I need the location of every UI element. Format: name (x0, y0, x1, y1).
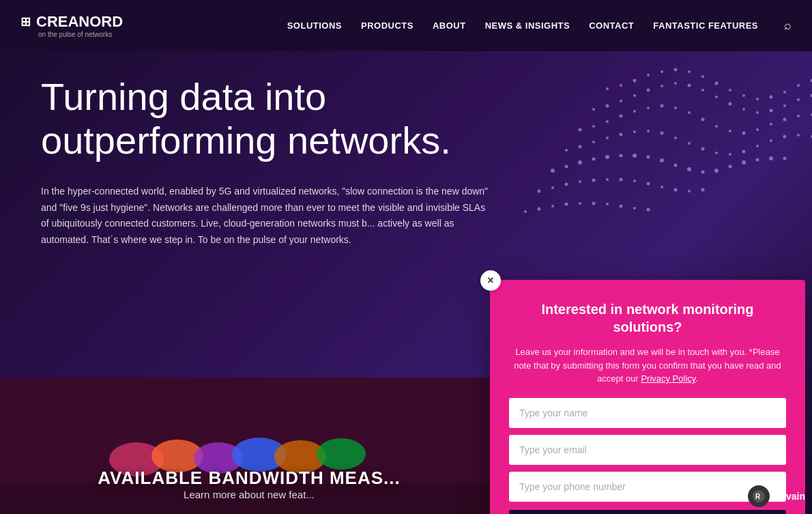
email-input[interactable] (509, 435, 786, 465)
svg-point-40 (579, 128, 582, 132)
svg-point-54 (770, 123, 772, 126)
svg-point-112 (538, 208, 541, 211)
svg-point-89 (674, 164, 678, 167)
revain-label: Revain (774, 491, 805, 502)
bottom-headline: AVAILABLE BANDWIDTH MEAS... (0, 468, 498, 489)
svg-point-103 (606, 178, 609, 181)
svg-point-113 (551, 205, 554, 208)
bottom-subtext: Learn more about new feat... (0, 489, 498, 500)
svg-point-35 (797, 98, 800, 101)
svg-point-101 (579, 180, 581, 183)
logo-tagline: on the pulse of networks (38, 31, 123, 38)
svg-point-85 (620, 154, 623, 158)
svg-point-28 (701, 89, 704, 91)
svg-point-110 (701, 188, 705, 192)
nav-fantastic-features[interactable]: FANTASTIC FEATURES (653, 20, 758, 31)
svg-point-48 (688, 111, 691, 114)
svg-point-120 (647, 208, 650, 212)
svg-point-44 (633, 110, 636, 113)
svg-point-11 (756, 98, 759, 100)
svg-point-106 (647, 182, 650, 186)
svg-point-77 (797, 134, 800, 137)
nav-contact[interactable]: CONTACT (589, 20, 634, 31)
svg-point-43 (620, 115, 623, 118)
svg-point-83 (592, 158, 596, 161)
svg-point-10 (742, 94, 745, 97)
svg-point-118 (620, 205, 623, 208)
nav-news-insights[interactable]: NEWS & INSIGHTS (485, 20, 570, 31)
svg-point-62 (592, 141, 595, 143)
svg-point-47 (674, 106, 677, 109)
modal-title: Interested in network monitoring solutio… (509, 300, 786, 336)
svg-point-61 (579, 145, 582, 149)
svg-point-70 (701, 147, 705, 151)
svg-text:R: R (755, 493, 761, 500)
svg-point-114 (565, 203, 568, 206)
nav-about[interactable]: ABOUT (433, 20, 466, 31)
svg-point-13 (783, 91, 786, 94)
svg-point-14 (797, 84, 800, 87)
svg-point-108 (674, 188, 678, 192)
svg-point-95 (756, 158, 759, 162)
svg-point-25 (661, 85, 663, 87)
svg-point-104 (620, 178, 623, 182)
phone-input[interactable] (509, 472, 786, 502)
svg-point-100 (565, 183, 568, 186)
svg-point-71 (715, 152, 718, 154)
svg-point-42 (606, 120, 609, 123)
svg-point-56 (797, 115, 800, 117)
nav-solutions[interactable]: SOLUTIONS (287, 20, 342, 31)
svg-point-53 (756, 128, 759, 131)
hero-body: In the hyper-connected world, enabled by… (41, 184, 491, 248)
contact-modal: × Interested in network monitoring solut… (490, 280, 805, 514)
svg-point-88 (660, 158, 664, 162)
svg-point-82 (578, 160, 582, 165)
svg-point-49 (701, 118, 705, 122)
svg-point-65 (633, 130, 636, 133)
svg-point-111 (524, 210, 527, 213)
svg-point-12 (770, 96, 773, 99)
svg-point-3 (647, 74, 650, 76)
nav-products[interactable]: PRODUCTS (361, 20, 414, 31)
privacy-policy-link[interactable]: Privacy Policy (641, 373, 695, 384)
svg-point-26 (674, 82, 677, 85)
revain-icon: R (748, 485, 770, 507)
svg-point-29 (715, 96, 718, 98)
modal-description: Leave us your information and we will be… (509, 345, 786, 386)
svg-point-5 (674, 68, 678, 72)
submit-button[interactable]: Submit (509, 510, 786, 515)
hero-title: Turning data into outperforming networks… (41, 75, 505, 163)
svg-point-102 (592, 179, 596, 182)
svg-point-116 (592, 202, 596, 205)
search-icon[interactable]: ⌕ (784, 18, 792, 33)
svg-point-9 (729, 89, 731, 91)
logo-area: ⊞ CREANORD on the pulse of networks (20, 13, 123, 38)
svg-point-87 (647, 156, 650, 159)
svg-point-75 (770, 139, 772, 142)
svg-point-69 (688, 142, 691, 145)
svg-point-0 (606, 87, 609, 90)
revain-badge: R Revain (748, 485, 805, 507)
bottom-section: AVAILABLE BANDWIDTH MEAS... Learn more a… (0, 377, 498, 514)
modal-close-button[interactable]: × (480, 270, 501, 291)
svg-point-30 (729, 102, 732, 106)
svg-point-66 (647, 130, 650, 132)
svg-point-51 (729, 130, 731, 132)
svg-point-107 (661, 186, 663, 188)
svg-point-68 (674, 137, 677, 139)
logo-name: CREANORD (36, 13, 123, 31)
name-input[interactable] (509, 398, 786, 428)
svg-point-6 (688, 70, 691, 73)
svg-point-63 (606, 137, 609, 139)
svg-point-22 (620, 100, 622, 102)
svg-point-91 (701, 171, 705, 174)
svg-point-67 (661, 132, 664, 135)
logo[interactable]: ⊞ CREANORD (20, 13, 123, 31)
svg-point-117 (606, 203, 609, 205)
svg-point-21 (606, 104, 609, 108)
svg-point-72 (729, 153, 731, 156)
header: ⊞ CREANORD on the pulse of networks SOLU… (0, 0, 812, 51)
svg-point-115 (579, 202, 581, 205)
svg-point-7 (701, 75, 704, 78)
svg-point-34 (783, 104, 786, 107)
